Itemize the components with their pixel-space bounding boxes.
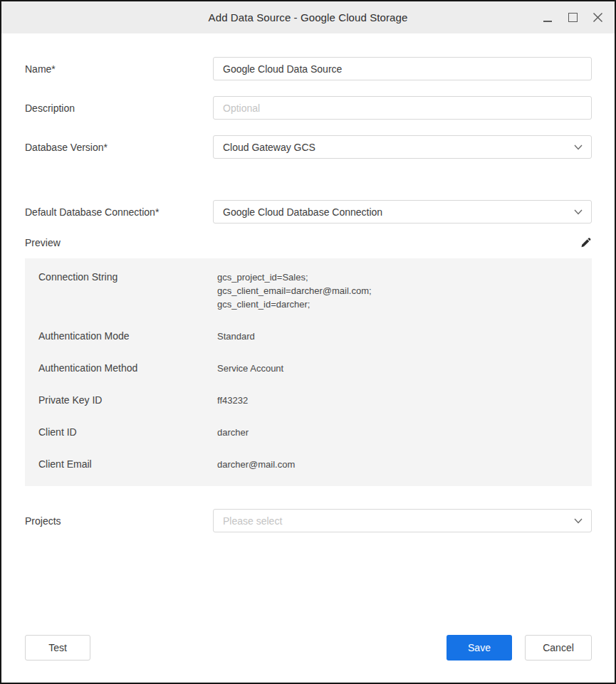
- connection-string-label: Connection String: [38, 270, 217, 311]
- private-key-id-value: ff43232: [217, 394, 248, 407]
- edit-preview-button[interactable]: [579, 236, 592, 249]
- projects-label: Projects: [25, 515, 213, 527]
- database-version-row: Database Version* Cloud Gateway GCS: [25, 135, 592, 159]
- connection-string-value: gcs_project_id=Sales; gcs_client_email=d…: [217, 270, 372, 311]
- connection-string-line: gcs_project_id=Sales;: [217, 270, 372, 284]
- dialog-body: Name* Description Database Version* Clou…: [1, 33, 615, 661]
- test-button[interactable]: Test: [25, 635, 90, 661]
- cancel-button[interactable]: Cancel: [525, 635, 592, 661]
- minimize-icon: [543, 21, 552, 22]
- close-button[interactable]: [590, 8, 605, 28]
- close-icon: [592, 12, 603, 23]
- description-row: Description: [25, 96, 592, 120]
- preview-label: Preview: [25, 237, 61, 248]
- preview-row-auth-method: Authentication Method Service Account: [38, 362, 592, 375]
- auth-mode-label: Authentication Mode: [38, 330, 217, 343]
- maximize-button[interactable]: [565, 8, 580, 28]
- database-version-value: Cloud Gateway GCS: [223, 142, 315, 153]
- projects-select[interactable]: Please select: [213, 509, 592, 532]
- client-email-value: darcher@mail.com: [217, 458, 295, 471]
- preview-panel: Connection String gcs_project_id=Sales; …: [25, 258, 592, 486]
- connection-string-line: gcs_client_id=darcher;: [217, 298, 372, 311]
- preview-row-client-email: Client Email darcher@mail.com: [38, 458, 592, 471]
- default-connection-label: Default Database Connection*: [25, 206, 213, 218]
- dialog-title: Add Data Source - Google Cloud Storage: [209, 11, 408, 23]
- description-input[interactable]: [213, 96, 592, 120]
- private-key-id-label: Private Key ID: [38, 394, 217, 407]
- default-connection-select[interactable]: Google Cloud Database Connection: [213, 200, 592, 223]
- maximize-icon: [568, 13, 578, 22]
- dialog-footer: Test Save Cancel: [25, 635, 592, 661]
- client-id-label: Client ID: [38, 426, 217, 439]
- description-label: Description: [25, 102, 213, 114]
- auth-method-label: Authentication Method: [38, 362, 217, 375]
- preview-row-auth-mode: Authentication Mode Standard: [38, 330, 592, 343]
- window-controls: [541, 1, 605, 33]
- client-email-label: Client Email: [38, 458, 217, 471]
- auth-mode-value: Standard: [217, 330, 255, 343]
- save-button[interactable]: Save: [447, 635, 512, 661]
- preview-row-private-key-id: Private Key ID ff43232: [38, 394, 592, 407]
- projects-placeholder: Please select: [223, 515, 282, 527]
- name-row: Name*: [25, 57, 592, 80]
- database-version-select[interactable]: Cloud Gateway GCS: [213, 135, 592, 159]
- name-input[interactable]: [213, 57, 592, 80]
- default-connection-value: Google Cloud Database Connection: [223, 206, 382, 218]
- titlebar: Add Data Source - Google Cloud Storage: [1, 1, 615, 33]
- client-id-value: darcher: [217, 426, 249, 439]
- minimize-button[interactable]: [541, 8, 555, 28]
- add-data-source-dialog: Add Data Source - Google Cloud Storage N…: [0, 0, 616, 684]
- connection-string-line: gcs_client_email=darcher@mail.com;: [217, 284, 372, 298]
- auth-method-value: Service Account: [217, 362, 283, 375]
- pencil-icon: [580, 237, 591, 248]
- projects-row: Projects Please select: [25, 509, 592, 532]
- preview-row-connection-string: Connection String gcs_project_id=Sales; …: [38, 270, 592, 311]
- database-version-label: Database Version*: [25, 142, 213, 153]
- preview-header: Preview: [25, 233, 592, 252]
- default-connection-row: Default Database Connection* Google Clou…: [25, 200, 592, 223]
- name-label: Name*: [25, 63, 213, 75]
- preview-row-client-id: Client ID darcher: [38, 426, 592, 439]
